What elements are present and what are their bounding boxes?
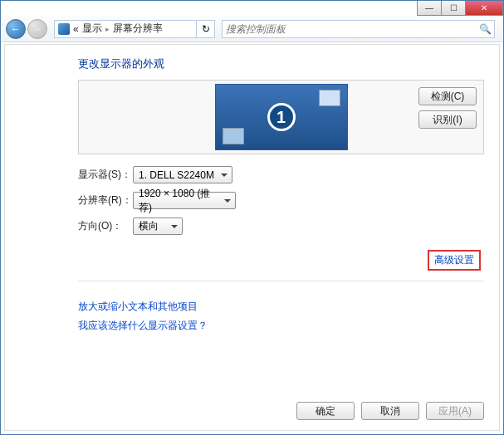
explorer-nav: ← → « 显示 ▸ 屏幕分辨率 ↻ 🔍 [1, 16, 503, 42]
back-button[interactable]: ← [6, 19, 26, 39]
display-preview: 1 检测(C) 识别(I) [78, 80, 484, 154]
breadcrumb-resolution[interactable]: 屏幕分辨率 [113, 22, 163, 36]
text-size-link[interactable]: 放大或缩小文本和其他项目 [78, 300, 484, 314]
refresh-button[interactable]: ↻ [197, 20, 215, 38]
refresh-icon: ↻ [202, 23, 210, 35]
screen-resolution-window: — ☐ ✕ ← → « 显示 ▸ 屏幕分辨率 ↻ 🔍 更改显示器的外观 1 [0, 0, 504, 435]
monitor-number-badge: 1 [267, 103, 296, 131]
content-area: 更改显示器的外观 1 检测(C) 识别(I) 显示器(S)： 1. DELL S… [4, 44, 500, 431]
search-icon: 🔍 [479, 23, 491, 35]
ok-button[interactable]: 确定 [296, 402, 355, 420]
separator [78, 281, 484, 281]
resolution-label: 分辨率(R)： [78, 193, 133, 208]
detect-button[interactable]: 检测(C) [418, 87, 477, 105]
monitor-thumbnail[interactable]: 1 [215, 84, 348, 150]
display-combo[interactable]: 1. DELL S2240M [133, 166, 232, 183]
apply-button[interactable]: 应用(A) [426, 402, 484, 420]
orientation-combo[interactable]: 横向 [133, 218, 183, 235]
forward-button[interactable]: → [27, 19, 47, 39]
window-thumb-icon [319, 90, 340, 106]
control-panel-icon [58, 23, 70, 35]
dialog-buttons: 确定 取消 应用(A) [296, 402, 484, 420]
cancel-button[interactable]: 取消 [361, 402, 419, 420]
resolution-combo[interactable]: 1920 × 1080 (推荐) [133, 192, 236, 209]
window-controls: — ☐ ✕ [418, 1, 503, 16]
breadcrumb-display[interactable]: 显示 [82, 22, 102, 36]
page-title: 更改显示器的外观 [78, 56, 484, 71]
search-input[interactable] [226, 23, 476, 35]
search-box[interactable]: 🔍 [222, 20, 495, 38]
address-bar[interactable]: « 显示 ▸ 屏幕分辨率 [54, 20, 197, 38]
breadcrumb-segment[interactable]: « [73, 23, 79, 35]
advanced-settings-link[interactable]: 高级设置 [434, 254, 474, 266]
which-display-link[interactable]: 我应该选择什么显示器设置？ [78, 319, 484, 333]
maximize-button[interactable]: ☐ [441, 1, 466, 16]
display-label: 显示器(S)： [78, 168, 133, 182]
orientation-label: 方向(O)： [78, 219, 133, 233]
window-thumb-icon [223, 128, 244, 144]
advanced-settings-highlight: 高级设置 [428, 250, 481, 271]
chevron-right-icon: ▸ [105, 25, 110, 33]
minimize-button[interactable]: — [417, 1, 442, 16]
identify-button[interactable]: 识别(I) [418, 110, 477, 129]
close-button[interactable]: ✕ [465, 1, 503, 16]
